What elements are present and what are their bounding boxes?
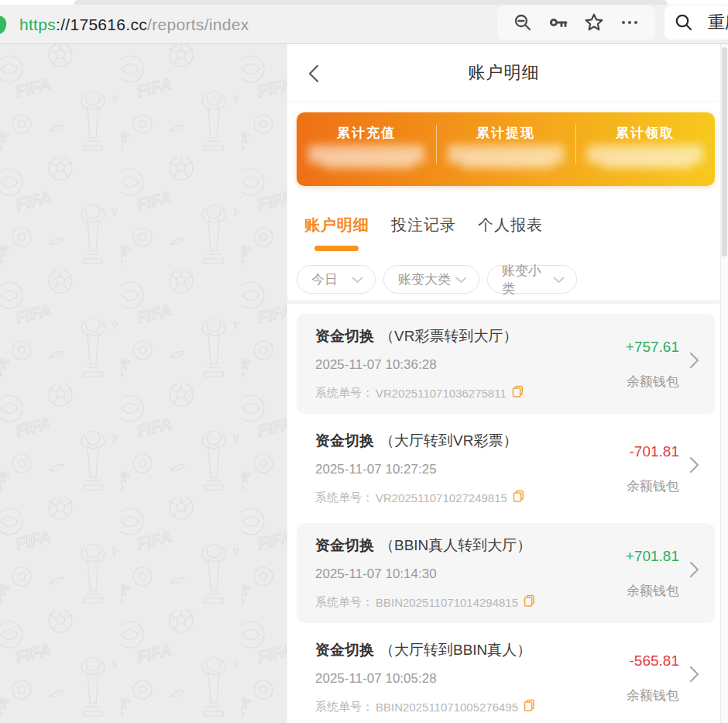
summary-total-claimed: 累计领取: [575, 112, 715, 186]
chevron-right-icon[interactable]: [689, 352, 699, 372]
summary-card: 累计充值 累计提现 累计领取: [297, 112, 715, 186]
filter-label: 账变大类: [398, 270, 451, 288]
copy-icon[interactable]: [512, 385, 524, 401]
key-icon[interactable]: [545, 9, 572, 36]
url-scheme: https: [19, 15, 56, 34]
summary-label: 累计提现: [436, 124, 575, 142]
order-number: BBIN202511071005276495: [376, 701, 518, 714]
more-dots-icon[interactable]: [616, 9, 643, 36]
transaction-title: 资金切换（VR彩票转到大厅）: [315, 326, 517, 346]
transaction-order: 系统单号：BBIN202511071005276495: [315, 699, 535, 714]
tab-bet-records[interactable]: 投注记录: [391, 215, 456, 236]
redacted-amount: [448, 145, 564, 173]
scrollbar[interactable]: [720, 44, 728, 723]
order-number: VR202511071027249815: [376, 491, 507, 504]
zoom-out-icon[interactable]: [510, 9, 536, 36]
transaction-time: 2025-11-07 10:27:25: [315, 462, 437, 477]
chevron-right-icon[interactable]: [689, 561, 699, 581]
filter-date-dropdown[interactable]: 今日: [297, 265, 376, 294]
copy-icon[interactable]: [513, 490, 524, 505]
filter-major-type-dropdown[interactable]: 账变大类: [383, 265, 479, 294]
transaction-wallet: 余额钱包: [627, 582, 679, 600]
redacted-amount: [587, 145, 703, 173]
order-label: 系统单号：: [315, 700, 373, 714]
star-icon[interactable]: [581, 9, 607, 36]
address-bar[interactable]: https://175616.cc/reports/index: [19, 5, 249, 44]
summary-label: 累计领取: [575, 124, 715, 142]
transaction-amount: +757.61: [626, 339, 679, 356]
tab-personal-report[interactable]: 个人报表: [478, 215, 543, 236]
browser-search-box[interactable]: 重庆: [664, 5, 728, 40]
transaction-time: 2025-11-07 10:05:28: [315, 671, 437, 687]
transaction-wallet: 余额钱包: [627, 687, 679, 704]
chevron-right-icon[interactable]: [689, 456, 699, 477]
transaction-amount: -565.81: [630, 652, 679, 670]
page-header: 账户明细: [287, 44, 720, 102]
order-label: 系统单号：: [315, 491, 373, 505]
transaction-amount: +701.81: [626, 548, 679, 565]
report-tabs: 账户明细 投注记录 个人报表: [304, 215, 543, 236]
scrollbar-thumb[interactable]: [722, 47, 727, 256]
transaction-amount: -701.81: [630, 443, 679, 460]
transaction-row[interactable]: 资金切换（BBIN真人转到大厅） 2025-11-07 10:14:30 系统单…: [297, 523, 715, 623]
copy-icon[interactable]: [524, 594, 535, 610]
summary-total-withdraw: 累计提现: [436, 112, 575, 186]
summary-total-deposit: 累计充值: [297, 112, 436, 186]
redacted-amount: [308, 145, 424, 173]
transaction-wallet: 余额钱包: [627, 477, 679, 495]
copy-icon[interactable]: [524, 699, 535, 714]
site-logo-icon: [0, 14, 8, 39]
transaction-order: 系统单号：VR202511071027249815: [315, 490, 524, 505]
transaction-row[interactable]: 资金切换（VR彩票转到大厅） 2025-11-07 10:36:28 系统单号：…: [297, 314, 715, 414]
summary-label: 累计充值: [297, 124, 436, 142]
transaction-time: 2025-11-07 10:36:28: [315, 357, 437, 373]
filter-bar: 今日 账变大类 账变小类: [297, 265, 577, 294]
fifa-watermark-background: FIFA FIFA: [0, 44, 287, 723]
search-query-text: 重庆: [708, 11, 728, 34]
chevron-right-icon[interactable]: [689, 666, 699, 686]
browser-actions: [497, 5, 655, 40]
transaction-title: 资金切换（BBIN真人转到大厅）: [315, 535, 531, 556]
filter-label: 今日: [311, 270, 338, 288]
active-tab-underline: [314, 246, 359, 251]
browser-toolbar: https://175616.cc/reports/index: [0, 0, 728, 44]
transaction-title: 资金切换（大厅转到BBIN真人）: [315, 640, 531, 660]
account-detail-panel: 账户明细 累计充值 累计提现 累计领取 账户明细 投注记录 个人报表 今日: [287, 44, 720, 723]
chevron-down-icon: [553, 272, 565, 287]
url-path: /reports/index: [147, 15, 249, 34]
order-number: BBIN202511071014294815: [376, 596, 518, 609]
transaction-row[interactable]: 资金切换（大厅转到VR彩票） 2025-11-07 10:27:25 系统单号：…: [297, 418, 715, 518]
order-label: 系统单号：: [315, 595, 373, 610]
chevron-down-icon: [352, 272, 363, 287]
chevron-down-icon: [455, 272, 467, 287]
filter-label: 账变小类: [502, 262, 553, 298]
search-icon: [674, 12, 694, 33]
tab-account-detail[interactable]: 账户明细: [304, 215, 369, 236]
transaction-time: 2025-11-07 10:14:30: [315, 566, 437, 582]
transaction-wallet: 余额钱包: [627, 373, 679, 391]
page-title: 账户明细: [287, 44, 720, 102]
section-divider: [287, 300, 720, 304]
url-host: ://175616.cc: [56, 15, 147, 34]
filter-minor-type-dropdown[interactable]: 账变小类: [487, 265, 577, 294]
order-number: VR202511071036275811: [376, 387, 507, 400]
transaction-order: 系统单号：VR202511071036275811: [315, 385, 524, 401]
transaction-row[interactable]: 资金切换（大厅转到BBIN真人） 2025-11-07 10:05:28 系统单…: [297, 628, 715, 723]
transaction-order: 系统单号：BBIN202511071014294815: [315, 594, 535, 610]
transaction-title: 资金切换（大厅转到VR彩票）: [315, 431, 517, 451]
order-label: 系统单号：: [315, 386, 373, 401]
